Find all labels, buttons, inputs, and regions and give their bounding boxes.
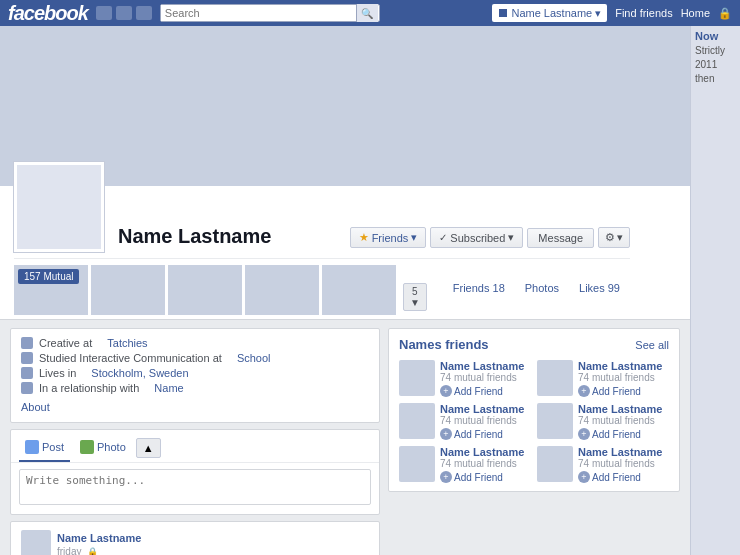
add-friend-button[interactable]: + Add Friend [578,471,669,483]
post-textarea[interactable] [19,469,371,505]
post-tabs: Post Photo ▲ [11,430,379,463]
bio-creative-text: Creative at [39,337,92,349]
add-friend-button[interactable]: + Add Friend [440,471,531,483]
add-friend-icon: + [440,385,452,397]
add-friend-icon: + [440,471,452,483]
city-link[interactable]: Stockholm, Sweden [91,367,188,379]
bio-lives: Lives in Stockholm, Sweden [21,367,369,379]
friend-name[interactable]: Name Lastname [440,360,531,372]
nav-lock-icon: 🔒 [718,7,732,20]
friend-requests-icon[interactable] [96,6,112,20]
friends-section-title: Names friends [399,337,489,352]
messages-icon[interactable] [116,6,132,20]
photo-thumb-2 [91,265,165,315]
friend-mutual: 74 mutual friends [578,372,669,383]
relationship-link[interactable]: Name [154,382,183,394]
photo-tab-label: Photo [97,441,126,453]
sub-caret-icon: ▾ [508,231,514,244]
notifications-icon[interactable] [136,6,152,20]
friend-avatar [399,446,435,482]
bio-studied: Studied Interactive Communication at Sch… [21,352,369,364]
friend-item: Name Lastname 74 mutual friends + Add Fr… [399,360,531,397]
tab-photos[interactable]: Photos [515,278,569,300]
sidebar-now-title: Now [695,30,736,42]
friend-name[interactable]: Name Lastname [440,403,531,415]
about-link[interactable]: About [21,401,50,413]
subscribed-button[interactable]: ✓ Subscribed ▾ [430,227,523,248]
add-friend-label: Add Friend [592,429,641,440]
friends-button[interactable]: ★ Friends ▾ [350,227,427,248]
bio-creative: Creative at Tatchies [21,337,369,349]
friend-mutual: 74 mutual friends [578,458,669,469]
profile-actions: ★ Friends ▾ ✓ Subscribed ▾ Message ⚙ ▾ [350,227,630,252]
photo-thumb-3 [168,265,242,315]
add-friend-label: Add Friend [454,386,503,397]
subscribed-label: Subscribed [450,232,505,244]
tab-links: Friends 18 Photos Likes 99 [433,278,630,300]
friend-avatar [399,403,435,439]
message-button[interactable]: Message [527,228,594,248]
friend-item: Name Lastname 74 mutual friends + Add Fr… [537,403,669,440]
top-navigation: facebook 🔍 Name Lastname ▾ Find friends … [0,0,740,26]
photo-tab[interactable]: Photo [74,434,132,462]
friend-name[interactable]: Name Lastname [440,446,531,458]
search-bar: 🔍 [160,4,380,22]
see-all-link[interactable]: See all [635,339,669,351]
sidebar-item-3[interactable]: then [695,72,736,86]
photo-thumb-4 [245,265,319,315]
school-link[interactable]: School [237,352,271,364]
add-friend-button[interactable]: + Add Friend [440,428,531,440]
mutual-badge: 157 Mutual [18,269,79,284]
gear-button[interactable]: ⚙ ▾ [598,227,630,248]
friend-item: Name Lastname 74 mutual friends + Add Fr… [537,446,669,483]
add-friend-button[interactable]: + Add Friend [578,385,669,397]
bio-section: Creative at Tatchies Studied Interactive… [10,328,380,423]
nav-icons [96,6,152,20]
friend-avatar [537,446,573,482]
scroll-photos-button[interactable]: 5 ▼ [403,283,427,311]
nav-user-name: Name Lastname [511,7,592,19]
friend-info: Name Lastname 74 mutual friends + Add Fr… [578,403,669,440]
friend-avatar [399,360,435,396]
profile-top: Name Lastname ★ Friends ▾ ✓ Subscribed ▾… [14,186,630,258]
friend-mutual: 74 mutual friends [440,372,531,383]
add-friend-label: Add Friend [592,386,641,397]
friend-name[interactable]: Name Lastname [578,446,669,458]
nav-user-button[interactable]: Name Lastname ▾ [492,4,607,22]
add-friend-button[interactable]: + Add Friend [578,428,669,440]
studied-icon [21,352,33,364]
friend-info: Name Lastname 74 mutual friends + Add Fr… [578,360,669,397]
sidebar-item-2[interactable]: 2011 [695,58,736,72]
add-friend-label: Add Friend [592,472,641,483]
nav-user-caret: ▾ [595,7,601,20]
bio-lives-text: Lives in [39,367,76,379]
find-friends-link[interactable]: Find friends [615,7,672,19]
friend-info: Name Lastname 74 mutual friends + Add Fr… [440,360,531,397]
add-friend-icon: + [440,428,452,440]
home-link[interactable]: Home [681,7,710,19]
main-content: Creative at Tatchies Studied Interactive… [0,320,690,555]
friend-name[interactable]: Name Lastname [578,403,669,415]
friend-name[interactable]: Name Lastname [578,360,669,372]
add-friend-label: Add Friend [454,472,503,483]
expand-button[interactable]: ▲ [136,438,161,458]
friend-item: Name Lastname 74 mutual friends + Add Fr… [399,446,531,483]
sidebar-item-1[interactable]: Strictly [695,44,736,58]
tab-friends[interactable]: Friends 18 [443,278,515,300]
photo-tab-icon [80,440,94,454]
search-button[interactable]: 🔍 [356,4,378,22]
post-author-name[interactable]: Name Lastname [57,532,141,544]
add-friend-button[interactable]: + Add Friend [440,385,531,397]
tab-likes[interactable]: Likes 99 [569,278,630,300]
nav-user-square [498,8,508,18]
post-tab[interactable]: Post [19,434,70,462]
caret-icon: ▾ [411,231,417,244]
friend-item: Name Lastname 74 mutual friends + Add Fr… [537,360,669,397]
post-input-area [11,463,379,514]
friend-avatar [537,403,573,439]
search-input[interactable] [161,5,356,21]
post-item: Name Lastname friday 🔒 Lorem ipsum dolor… [10,521,380,555]
friends-grid: Name Lastname 74 mutual friends + Add Fr… [399,360,669,483]
friend-mutual: 74 mutual friends [578,415,669,426]
creative-link[interactable]: Tatchies [107,337,147,349]
